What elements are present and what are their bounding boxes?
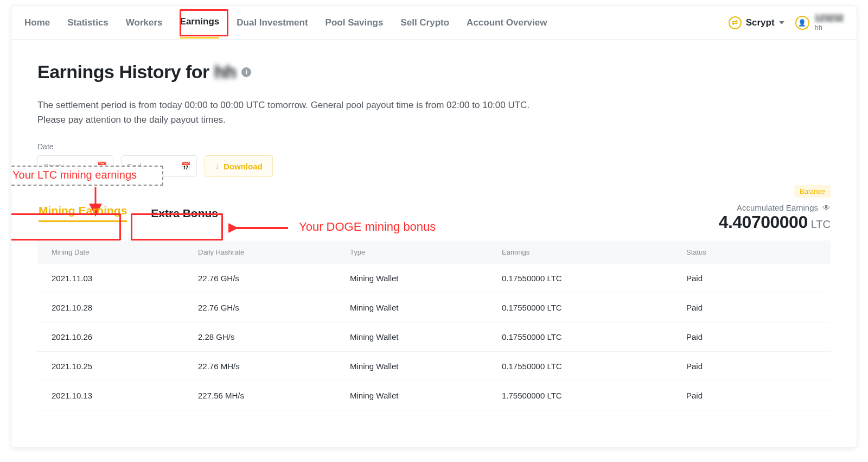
algo-label: Scrypt (746, 17, 775, 28)
table-cell-type: Mining Wallet (350, 274, 502, 283)
ltc-earnings-annotation: Your LTC mining earnings (11, 166, 163, 186)
table-row: 2021.10.2822.76 GH/sMining Wallet0.17550… (37, 293, 831, 322)
tab-extra-bonus[interactable]: Extra Bonus (150, 205, 219, 222)
table-header-cell: Status (686, 248, 816, 256)
nav-home[interactable]: Home (24, 8, 50, 38)
table-row: 2021.10.2522.76 MH/sMining Wallet0.17550… (37, 352, 831, 381)
tab-mining-earnings[interactable]: Mining Earnings (37, 202, 128, 224)
table-cell-hash: 22.76 GH/s (198, 274, 350, 283)
nav-account-overview[interactable]: Account Overview (467, 8, 547, 38)
table-cell-earn: 0.17550000 LTC (502, 274, 686, 283)
nav-sell-crypto[interactable]: Sell Crypto (400, 8, 449, 38)
table-cell-status: Paid (686, 362, 816, 371)
user-id-masked: 123232 (815, 13, 844, 23)
table-row: 2021.10.262.28 GH/sMining Wallet0.175500… (37, 322, 831, 352)
swap-icon: ⇄ (729, 16, 742, 29)
table-cell-date: 2021.11.03 (52, 274, 198, 283)
eye-icon[interactable]: 👁 (822, 203, 831, 212)
nav-workers[interactable]: Workers (126, 8, 163, 38)
table-cell-type: Mining Wallet (350, 362, 502, 371)
chevron-down-icon (779, 21, 784, 24)
table-cell-earn: 0.17550000 LTC (502, 303, 686, 312)
info-icon[interactable]: i (241, 67, 251, 77)
balance-pill[interactable]: Balance (794, 185, 831, 198)
table-row: 2021.11.0322.76 GH/sMining Wallet0.17550… (37, 264, 831, 293)
date-label: Date (37, 142, 831, 151)
table-cell-status: Paid (686, 274, 816, 283)
accumulated-earnings-label: Accumulated Earnings (737, 203, 818, 212)
table-cell-hash: 22.76 MH/s (198, 362, 350, 371)
table-cell-hash: 227.56 MH/s (198, 391, 350, 400)
table-cell-type: Mining Wallet (350, 391, 502, 400)
table-cell-type: Mining Wallet (350, 303, 502, 312)
settlement-description: The settlement period is from today 00:0… (37, 98, 721, 127)
calendar-icon: 📅 (181, 161, 191, 171)
user-account-badge[interactable]: 👤 123232 hh (795, 13, 844, 32)
page-title: Earnings History for hh (37, 61, 236, 83)
table-cell-hash: 2.28 GH/s (198, 332, 350, 341)
table-header-cell: Earnings (502, 248, 686, 256)
download-button[interactable]: ↓ Download (205, 155, 273, 177)
download-icon: ↓ (215, 161, 219, 171)
table-cell-date: 2021.10.13 (52, 391, 198, 400)
nav-earnings[interactable]: Earnings (180, 7, 220, 39)
table-header-cell: Mining Date (52, 248, 198, 256)
algo-selector[interactable]: ⇄ Scrypt (729, 16, 784, 29)
accumulated-earnings-unit: LTC (811, 218, 831, 230)
table-cell-hash: 22.76 GH/s (198, 303, 350, 312)
table-header-cell: Daily Hashrate (198, 248, 350, 256)
top-nav: HomeStatisticsWorkersEarningsDual Invest… (11, 6, 857, 40)
table-cell-type: Mining Wallet (350, 332, 502, 341)
table-cell-status: Paid (686, 303, 816, 312)
table-cell-earn: 0.17550000 LTC (502, 332, 686, 341)
earnings-table: Mining DateDaily HashrateTypeEarningsSta… (37, 241, 831, 410)
accumulated-earnings-value: 4.40700000 (719, 212, 808, 232)
table-cell-date: 2021.10.25 (52, 362, 198, 371)
user-icon: 👤 (795, 16, 809, 30)
doge-bonus-annotation: Your DOGE mining bonus (299, 220, 436, 234)
table-header-cell: Type (350, 248, 502, 256)
table-cell-date: 2021.10.28 (52, 303, 198, 312)
table-cell-earn: 1.75500000 LTC (502, 391, 686, 400)
table-cell-status: Paid (686, 391, 816, 400)
table-cell-earn: 0.17550000 LTC (502, 362, 686, 371)
user-sub: hh (815, 23, 844, 32)
nav-pool-savings[interactable]: Pool Savings (326, 8, 384, 38)
table-row: 2021.10.13227.56 MH/sMining Wallet1.7550… (37, 381, 831, 410)
nav-dual-investment[interactable]: Dual Investment (237, 8, 308, 38)
table-cell-status: Paid (686, 332, 816, 341)
nav-statistics[interactable]: Statistics (67, 8, 108, 38)
table-cell-date: 2021.10.26 (52, 332, 198, 341)
